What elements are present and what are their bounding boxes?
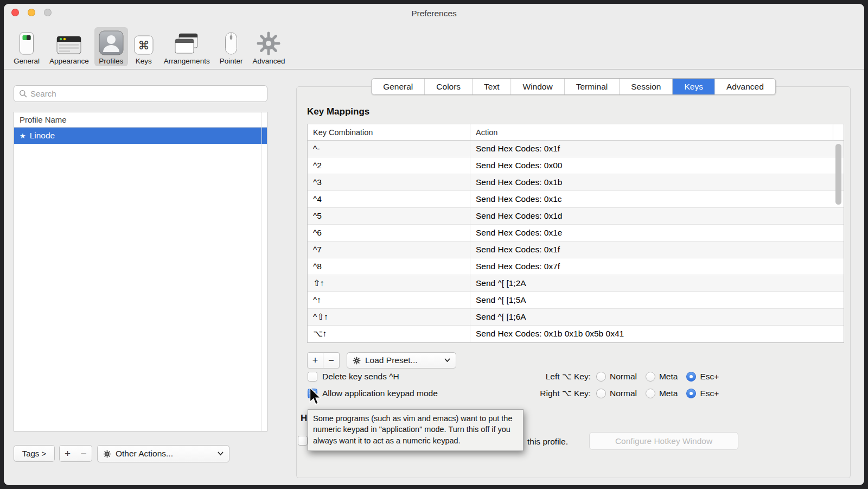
arrangements-icon bbox=[174, 29, 199, 55]
key-mapping-row[interactable]: ^8 Send Hex Codes: 0x7f bbox=[308, 258, 844, 275]
toolbar-item-label: General bbox=[14, 57, 40, 65]
key-mapping-row[interactable]: ^4 Send Hex Codes: 0x1c bbox=[308, 191, 844, 208]
profile-list: Profile Name ★ Linode bbox=[14, 112, 267, 431]
svg-text:⌘: ⌘ bbox=[138, 39, 149, 52]
tab-terminal[interactable]: Terminal bbox=[564, 79, 620, 94]
tags-button[interactable]: Tags > bbox=[14, 445, 55, 462]
pointer-icon bbox=[224, 29, 239, 55]
appearance-icon bbox=[56, 29, 81, 55]
key-mapping-row[interactable]: ^⇧↑ Send ^[ [1;6A bbox=[308, 309, 844, 326]
toolbar-item-appearance[interactable]: Appearance bbox=[45, 27, 93, 66]
hotkey-text-partial: this profile. bbox=[527, 437, 568, 447]
right-option-meta-radio[interactable] bbox=[646, 389, 655, 398]
key-mapping-row[interactable]: ^7 Send Hex Codes: 0x1f bbox=[308, 242, 844, 258]
toolbar-item-profiles[interactable]: Profiles bbox=[94, 27, 128, 66]
right-option-normal-radio[interactable] bbox=[596, 389, 606, 398]
hotkey-checkbox[interactable] bbox=[298, 436, 308, 446]
search-input[interactable] bbox=[30, 89, 262, 98]
search-field[interactable] bbox=[14, 85, 267, 102]
profile-row-linode[interactable]: ★ Linode bbox=[14, 128, 267, 144]
left-option-key-group: Left ⌥ Key: Normal Meta Esc+ bbox=[519, 372, 727, 382]
key-mapping-row[interactable]: ⇧↑ Send ^[ [1;2A bbox=[308, 275, 844, 292]
configure-hotkey-window-button[interactable]: Configure Hotkey Window bbox=[589, 432, 738, 450]
toolbar-item-arrangements[interactable]: Arrangements bbox=[159, 27, 214, 66]
other-actions-label: Other Actions... bbox=[116, 449, 213, 459]
search-icon bbox=[19, 90, 27, 98]
key-mapping-row[interactable]: ^↑ Send ^[ [1;5A bbox=[308, 292, 844, 309]
right-option-esc-radio[interactable] bbox=[686, 389, 696, 398]
key-combination-cell: ^7 bbox=[308, 242, 470, 258]
key-combination-cell: ^6 bbox=[308, 225, 470, 241]
action-cell: Send Hex Codes: 0x1e bbox=[470, 225, 844, 241]
key-combination-cell: ^2 bbox=[308, 157, 470, 174]
toolbar-item-general[interactable]: General bbox=[9, 27, 44, 66]
toolbar-item-label: Arrangements bbox=[164, 57, 210, 65]
toolbar-item-keys[interactable]: ⌘ Keys bbox=[129, 27, 158, 66]
keypad-mode-option: Allow application keypad mode bbox=[308, 389, 438, 398]
tab-session[interactable]: Session bbox=[619, 79, 672, 94]
key-mappings-controls: + − Load Preset... bbox=[307, 352, 456, 369]
keys-icon: ⌘ bbox=[133, 29, 154, 55]
key-mapping-row[interactable]: ^5 Send Hex Codes: 0x1d bbox=[308, 208, 844, 225]
key-mapping-row[interactable]: ^2 Send Hex Codes: 0x00 bbox=[308, 157, 844, 174]
table-scrollbar-thumb[interactable] bbox=[835, 144, 841, 205]
key-mapping-row[interactable]: ^- Send Hex Codes: 0x1f bbox=[308, 141, 844, 157]
delete-key-checkbox[interactable] bbox=[308, 372, 317, 382]
action-cell: Send Hex Codes: 0x1b bbox=[470, 174, 844, 190]
tab-window[interactable]: Window bbox=[511, 79, 564, 94]
profile-tabs: General Colors Text Window Terminal Sess… bbox=[371, 78, 776, 95]
toolbar-item-label: Appearance bbox=[49, 57, 89, 65]
left-option-esc-radio[interactable] bbox=[686, 372, 696, 382]
action-cell: Send Hex Codes: 0x1d bbox=[470, 208, 844, 224]
key-mappings-table-header: Key Combination Action bbox=[308, 124, 844, 141]
key-combination-cell: ^- bbox=[308, 141, 470, 157]
key-mappings-rows: ^- Send Hex Codes: 0x1f ^2 Send Hex Code… bbox=[308, 141, 844, 342]
advanced-icon bbox=[257, 29, 280, 55]
left-option-key-label: Left ⌥ Key: bbox=[519, 372, 591, 382]
chevron-down-icon bbox=[218, 452, 224, 456]
column-header-key-combination[interactable]: Key Combination bbox=[308, 124, 470, 140]
key-mappings-table: Key Combination Action ^- Send Hex Codes… bbox=[307, 124, 844, 343]
key-mappings-title: Key Mappings bbox=[307, 106, 369, 117]
toolbar-item-pointer[interactable]: Pointer bbox=[215, 27, 247, 66]
toolbar-item-label: Advanced bbox=[252, 57, 285, 65]
action-cell: Send Hex Codes: 0x1b 0x1b 0x5b 0x41 bbox=[470, 326, 844, 342]
tab-keys[interactable]: Keys bbox=[672, 79, 714, 94]
add-profile-button[interactable]: + bbox=[59, 445, 76, 462]
action-cell: Send ^[ [1;5A bbox=[470, 292, 844, 308]
profile-list-header[interactable]: Profile Name bbox=[14, 112, 267, 128]
key-mapping-row[interactable]: ^6 Send Hex Codes: 0x1e bbox=[308, 225, 844, 242]
remove-profile-button[interactable]: − bbox=[75, 445, 92, 462]
toolbar-item-advanced[interactable]: Advanced bbox=[248, 27, 289, 66]
delete-key-option: Delete key sends ^H bbox=[308, 372, 399, 382]
column-header-action[interactable]: Action bbox=[470, 124, 844, 140]
action-cell: Send ^[ [1;6A bbox=[470, 309, 844, 325]
other-actions-dropdown[interactable]: Other Actions... bbox=[97, 445, 229, 462]
window-title: Preferences bbox=[4, 9, 864, 18]
left-option-normal-radio[interactable] bbox=[596, 372, 606, 382]
tab-text[interactable]: Text bbox=[472, 79, 510, 94]
titlebar: Preferences bbox=[4, 4, 864, 23]
radio-label: Meta bbox=[659, 389, 678, 398]
right-option-key-group: Right ⌥ Key: Normal Meta Esc+ bbox=[519, 389, 727, 398]
preferences-toolbar: General Appearance bbox=[4, 23, 864, 69]
key-mapping-row[interactable]: ⌥↑ Send Hex Codes: 0x1b 0x1b 0x5b 0x41 bbox=[308, 326, 844, 342]
add-key-mapping-button[interactable]: + bbox=[307, 352, 323, 369]
key-mapping-row[interactable]: ^3 Send Hex Codes: 0x1b bbox=[308, 174, 844, 191]
toolbar-item-label: Keys bbox=[136, 57, 152, 65]
tab-general[interactable]: General bbox=[372, 79, 424, 94]
profile-name: Linode bbox=[30, 131, 55, 141]
hotkey-heading-partial: H bbox=[301, 413, 307, 424]
delete-key-label: Delete key sends ^H bbox=[322, 372, 399, 382]
keypad-mode-tooltip: Some programs (such as vim and emacs) wa… bbox=[308, 409, 524, 451]
tab-colors[interactable]: Colors bbox=[424, 79, 472, 94]
action-cell: Send Hex Codes: 0x1f bbox=[470, 141, 844, 157]
load-preset-dropdown[interactable]: Load Preset... bbox=[347, 352, 456, 369]
key-combination-cell: ^4 bbox=[308, 191, 470, 207]
tab-advanced[interactable]: Advanced bbox=[714, 79, 775, 94]
toolbar-item-label: Pointer bbox=[220, 57, 243, 65]
left-option-meta-radio[interactable] bbox=[646, 372, 655, 382]
radio-label: Esc+ bbox=[700, 372, 719, 382]
mouse-cursor-icon bbox=[309, 387, 321, 407]
remove-key-mapping-button[interactable]: − bbox=[323, 352, 340, 369]
